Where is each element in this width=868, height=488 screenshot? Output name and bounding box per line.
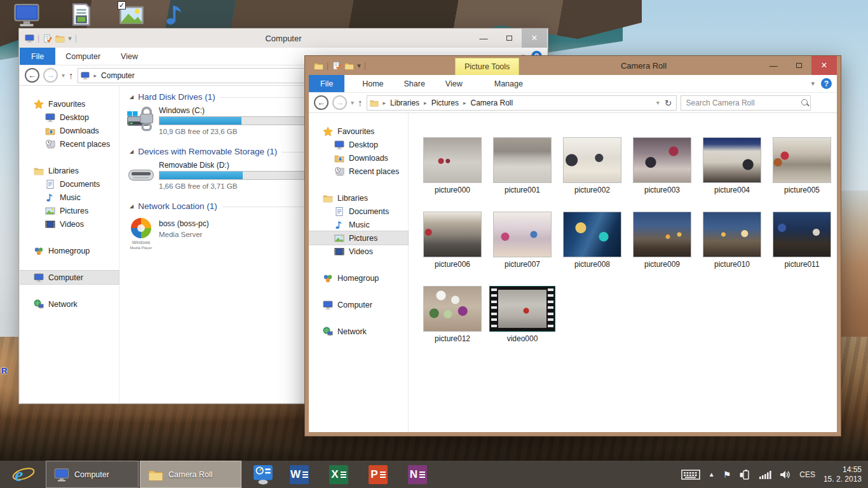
close-button[interactable]: × xyxy=(811,56,837,75)
drive-c-name[interactable]: Windows (C:) xyxy=(159,106,205,115)
contextual-tab-picture-tools[interactable]: Picture Tools xyxy=(455,58,519,75)
collapse-triangle-icon[interactable]: ◢ xyxy=(130,94,133,100)
excel-icon[interactable]: X xyxy=(329,465,348,484)
sidebar-item-homegroup[interactable]: Homegroup xyxy=(20,244,119,257)
minimize-button[interactable]: — xyxy=(471,29,496,48)
back-button[interactable]: ← xyxy=(25,68,39,83)
minimize-button[interactable]: — xyxy=(761,56,786,75)
powerpoint-icon[interactable]: P xyxy=(369,465,388,484)
customize-qat-chevron-icon[interactable]: ▾ xyxy=(68,34,72,43)
drive-d-icon[interactable] xyxy=(127,166,155,184)
sidebar-item-computer[interactable]: Computer xyxy=(309,298,408,311)
tab-view[interactable]: View xyxy=(111,48,148,65)
sidebar-item-downloads[interactable]: Downloads xyxy=(309,151,408,165)
sidebar-item-computer[interactable]: Computer xyxy=(20,271,119,284)
internet-explorer-icon[interactable] xyxy=(10,463,37,486)
volume-icon[interactable] xyxy=(780,470,791,480)
sidebar-item-downloads[interactable]: Downloads xyxy=(20,124,119,137)
file-item[interactable]: picture006 xyxy=(421,212,484,269)
breadcrumb-camera-roll[interactable]: Camera Roll xyxy=(471,98,513,107)
tab-file[interactable]: File xyxy=(309,75,344,92)
tab-manage[interactable]: Manage xyxy=(484,75,533,92)
breadcrumb-computer[interactable]: Computer xyxy=(101,71,135,80)
file-item[interactable]: picture007 xyxy=(491,212,554,269)
sidebar-item-favourites[interactable]: Favourites xyxy=(20,97,119,111)
taskbar-button-computer[interactable]: Computer xyxy=(46,461,139,488)
sidebar-item-network[interactable]: Network xyxy=(309,325,408,338)
word-icon[interactable]: W xyxy=(290,465,309,484)
desktop-icon-document[interactable] xyxy=(69,1,94,28)
drive-d-name[interactable]: Removable Disk (D:) xyxy=(159,161,229,170)
file-item[interactable]: picture005 xyxy=(770,137,834,194)
power-icon[interactable] xyxy=(739,469,750,480)
properties-icon[interactable] xyxy=(43,34,52,43)
ribbon-expand-chevron-icon[interactable]: ▾ xyxy=(811,79,815,88)
file-item[interactable]: picture003 xyxy=(630,137,694,194)
sidebar-item-videos[interactable]: Videos xyxy=(309,245,408,258)
desktop-icon-computer[interactable] xyxy=(13,1,41,28)
sidebar-item-recent-places[interactable]: Recent places xyxy=(20,137,119,151)
file-item[interactable]: video000 xyxy=(487,286,557,343)
recent-locations-chevron-icon[interactable]: ▾ xyxy=(351,99,354,106)
sidebar-item-recent-places[interactable]: Recent places xyxy=(309,165,408,178)
breadcrumb-libraries[interactable]: Libraries xyxy=(390,98,419,107)
network-signal-icon[interactable] xyxy=(759,470,771,480)
new-folder-icon[interactable] xyxy=(344,61,354,71)
desktop-icon-checkbox[interactable]: ✓ xyxy=(118,1,126,10)
tab-file[interactable]: File xyxy=(20,48,55,65)
recent-locations-chevron-icon[interactable]: ▾ xyxy=(62,72,65,79)
touch-keyboard-icon[interactable] xyxy=(681,469,700,480)
file-item[interactable]: picture001 xyxy=(491,137,554,194)
customize-qat-chevron-icon[interactable]: ▾ xyxy=(357,62,361,70)
tab-computer[interactable]: Computer xyxy=(55,48,111,65)
sidebar-item-music[interactable]: Music xyxy=(20,191,119,204)
file-item[interactable]: picture004 xyxy=(700,137,764,194)
sidebar-item-music[interactable]: Music xyxy=(309,218,408,231)
network-item-name[interactable]: boss (boss-pc) xyxy=(159,219,209,228)
tab-home[interactable]: Home xyxy=(352,75,393,92)
media-server-icon[interactable] xyxy=(130,217,153,240)
taskbar-button-camera-roll[interactable]: Camera Roll xyxy=(140,461,241,488)
up-button[interactable]: ↑ xyxy=(69,70,74,81)
file-item[interactable]: picture002 xyxy=(560,137,624,194)
sidebar-item-libraries[interactable]: Libraries xyxy=(309,191,408,205)
maximize-button[interactable] xyxy=(786,56,811,75)
sidebar-item-favourites[interactable]: Favourites xyxy=(309,125,408,138)
clock[interactable]: 14:55 15. 2. 2013 xyxy=(824,465,862,484)
file-item[interactable]: picture008 xyxy=(560,212,624,269)
help-icon[interactable]: ? xyxy=(821,78,832,89)
maximize-button[interactable] xyxy=(496,29,522,48)
file-item[interactable]: picture012 xyxy=(421,286,484,343)
tab-view[interactable]: View xyxy=(435,75,473,92)
drive-c-icon[interactable] xyxy=(126,105,156,132)
properties-icon[interactable] xyxy=(332,61,341,71)
file-item[interactable]: picture010 xyxy=(700,212,764,269)
collapse-triangle-icon[interactable]: ◢ xyxy=(130,149,133,154)
sidebar-item-videos[interactable]: Videos xyxy=(20,217,119,231)
sidebar-item-desktop[interactable]: Desktop xyxy=(20,111,119,124)
search-icon[interactable] xyxy=(801,98,810,107)
display-settings-icon[interactable] xyxy=(253,464,273,485)
refresh-icon[interactable]: ↻ xyxy=(665,98,672,108)
search-input[interactable] xyxy=(681,95,811,111)
breadcrumb-pictures[interactable]: Pictures xyxy=(431,98,459,107)
back-button[interactable]: ← xyxy=(314,95,329,110)
file-item[interactable]: picture011 xyxy=(770,212,834,269)
file-item[interactable]: picture009 xyxy=(630,212,694,269)
sidebar-item-desktop[interactable]: Desktop xyxy=(309,138,408,151)
address-dropdown-chevron-icon[interactable]: ▾ xyxy=(656,99,660,106)
action-center-flag-icon[interactable]: ⚑ xyxy=(723,470,731,480)
forward-button[interactable]: → xyxy=(43,68,58,83)
close-button[interactable]: × xyxy=(522,29,547,48)
address-field[interactable]: ▸ Libraries ▸ Pictures ▸ Camera Roll ▾ ↻ xyxy=(367,95,677,111)
up-button[interactable]: ↑ xyxy=(358,97,363,108)
tab-share[interactable]: Share xyxy=(394,75,435,92)
sidebar-item-pictures[interactable]: Pictures xyxy=(20,204,119,217)
sidebar-item-libraries[interactable]: Libraries xyxy=(20,164,119,177)
sidebar-item-network[interactable]: Network xyxy=(20,297,119,311)
forward-button[interactable]: → xyxy=(332,95,347,110)
onenote-icon[interactable]: N xyxy=(408,465,427,484)
new-folder-icon[interactable] xyxy=(55,34,65,43)
desktop-icon-music[interactable] xyxy=(163,1,188,28)
sidebar-item-documents[interactable]: Documents xyxy=(20,177,119,191)
